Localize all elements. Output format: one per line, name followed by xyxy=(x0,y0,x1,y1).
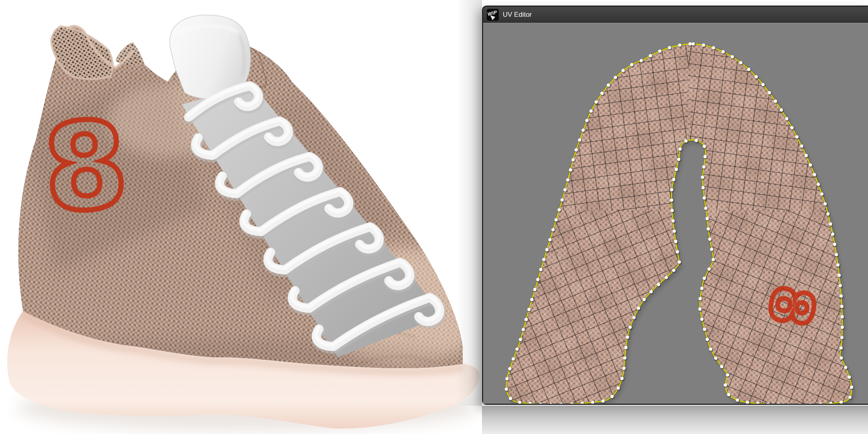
wip-badge-icon: WIP xyxy=(487,9,499,21)
uv-canvas-svg: 8 xyxy=(483,23,868,404)
panel-drop-shadow xyxy=(456,0,482,406)
uv-canvas[interactable]: 8 xyxy=(483,23,868,404)
3d-viewport[interactable]: 8 xyxy=(0,0,484,434)
hand-glyph xyxy=(489,15,495,21)
app-window: 8 xyxy=(0,0,868,434)
background-gradient xyxy=(482,405,868,434)
panel-title: UV Editor xyxy=(503,11,532,19)
uv-editor-panel: WIP UV Editor xyxy=(482,6,868,405)
heel-number-decal: 8 xyxy=(39,95,132,240)
sneaker-model: 8 xyxy=(0,0,484,434)
panel-titlebar[interactable]: WIP UV Editor xyxy=(483,7,868,23)
